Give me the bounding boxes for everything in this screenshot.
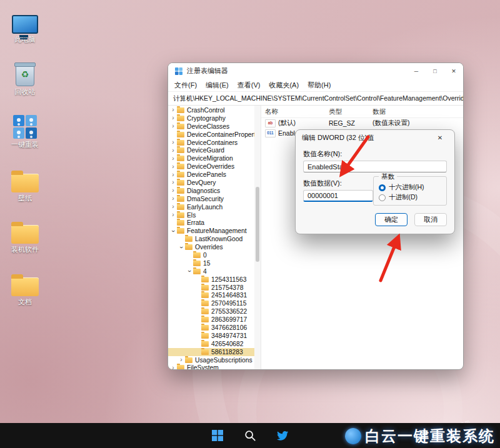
desktop-icon-folder-software[interactable]: 装机软件 [2,217,48,254]
search-button[interactable] [239,425,261,446]
chevron-right-icon[interactable]: › [170,139,176,146]
value-name-field[interactable] [303,161,447,172]
desktop-icon-reinstall-app[interactable]: 一键重装 [2,112,48,149]
tree-item-586118283[interactable]: 586118283 [168,348,254,356]
radio-label: 十六进制(H) [389,183,424,192]
folder-icon [201,341,209,347]
tree-item-label: 4 [203,268,207,275]
tree-item-DeviceGuard[interactable]: ›DeviceGuard [168,146,254,154]
tree-item-DevicePanels[interactable]: ›DevicePanels [168,171,254,179]
folder-icon [11,174,39,192]
tree-item-0[interactable]: 0 [168,251,254,259]
tree-item-2863699717[interactable]: 2863699717 [168,316,254,324]
tree-item-Diagnostics[interactable]: ›Diagnostics [168,187,254,195]
desktop-icon-recycle-bin[interactable]: 回收站 [2,60,48,97]
tree-scrollbar[interactable] [254,106,261,369]
tree-item-Cryptography[interactable]: ›Cryptography [168,114,254,122]
tree-item-215754378[interactable]: 215754378 [168,284,254,292]
tree-item-label: 2570495115 [211,300,247,307]
menu-item[interactable]: 文件(F) [174,81,197,90]
regedit-titlebar[interactable]: 注册表编辑器 ─ □ ✕ [168,63,463,79]
menu-item[interactable]: 编辑(E) [206,81,229,90]
column-data[interactable]: 数据 [372,107,463,116]
chevron-right-icon[interactable]: › [170,365,176,369]
tree-item-DevQuery[interactable]: ›DevQuery [168,179,254,187]
twitter-button[interactable] [272,425,293,446]
maximize-button[interactable]: □ [426,63,444,79]
tree-item-EarlyLaunch[interactable]: ›EarlyLaunch [168,203,254,211]
tree-item-Errata[interactable]: Errata [168,219,254,227]
chevron-right-icon[interactable]: › [170,212,176,218]
column-type[interactable]: 类型 [329,107,372,116]
radio-hexadecimal[interactable]: 十六进制(H) [379,182,441,192]
tree-item-Els[interactable]: ›Els [168,211,254,219]
folder-icon [201,309,209,314]
desktop-icon-label: 文档 [2,297,48,307]
menu-item[interactable]: 收藏夹(A) [269,81,299,90]
dialog-titlebar[interactable]: 编辑 DWORD (32 位)值 ✕ [296,130,454,146]
column-name[interactable]: 名称 [265,107,329,116]
tree-item-DmaSecurity[interactable]: ›DmaSecurity [168,195,254,203]
tree-item-DeviceOverrides[interactable]: ›DeviceOverrides [168,162,254,171]
scrollbar-thumb[interactable] [256,187,259,262]
chevron-right-icon[interactable]: › [170,156,176,162]
window-title: 注册表编辑器 [187,66,407,76]
tree-item-DeviceMigration[interactable]: ›DeviceMigration [168,154,254,162]
cancel-button[interactable]: 取消 [414,213,447,226]
close-button[interactable]: ✕ [444,63,463,79]
tree-item-DeviceContainers[interactable]: ›DeviceContainers [168,139,254,147]
tree-item-UsageSubscriptions[interactable]: ›UsageSubscriptions [168,356,254,364]
value-name-label: 数值名称(N): [303,149,447,159]
tree-item-3484974731[interactable]: 3484974731 [168,332,254,340]
folder-icon [177,188,184,194]
chevron-right-icon[interactable]: › [170,196,176,202]
tree-item-3476628106[interactable]: 3476628106 [168,324,254,332]
dialog-close-icon[interactable]: ✕ [432,134,448,141]
tree-item-CrashControl[interactable]: ›CrashControl [168,106,254,114]
chevron-down-icon[interactable]: › [186,268,192,274]
tree-item-LastKnownGood[interactable]: LastKnownGood [168,235,254,243]
value-row-default[interactable]: ab (默认) REG_SZ (数值未设置) [261,118,463,128]
folder-icon [201,277,209,282]
desktop-icon-folder-wallpaper[interactable]: 壁纸 [2,166,48,203]
tree-item-DeviceContainerPropertyUpda[interactable]: DeviceContainerPropertyUpda [168,131,254,139]
tree-item-FeatureManagement[interactable]: ›FeatureManagement [168,227,254,235]
regedit-app-icon [174,67,183,76]
chevron-right-icon[interactable]: › [170,115,176,121]
tree-item-label: CrashControl [187,107,225,114]
tree-item-2570495115[interactable]: 2570495115 [168,299,254,307]
address-bar[interactable]: 计算机\HKEY_LOCAL_MACHINE\SYSTEM\CurrentCon… [168,91,463,106]
ok-button[interactable]: 确定 [375,213,408,226]
tree-item-DeviceClasses[interactable]: ›DeviceClasses [168,122,254,131]
folder-icon [201,333,209,339]
chevron-right-icon[interactable]: › [170,179,176,186]
desktop-icon-folder-docs[interactable]: 文档 [2,270,48,307]
chevron-right-icon[interactable]: › [170,172,176,178]
chevron-right-icon[interactable]: › [170,147,176,154]
value-data-input[interactable] [303,190,373,202]
chevron-down-icon[interactable]: › [170,228,176,234]
folder-icon [177,147,184,153]
folder-icon [193,261,201,266]
chevron-right-icon[interactable]: › [170,187,176,194]
chevron-right-icon[interactable]: › [178,357,184,363]
tree-item-Overrides[interactable]: ›Overrides [168,243,254,251]
chevron-right-icon[interactable]: › [170,164,176,170]
tree-item-426540682[interactable]: 426540682 [168,340,254,348]
tree-item-2755336522[interactable]: 2755336522 [168,307,254,316]
tree-item-4[interactable]: ›4 [168,267,254,276]
minimize-button[interactable]: ─ [407,63,426,79]
chevron-right-icon[interactable]: › [170,123,176,129]
menu-item[interactable]: 帮助(H) [308,81,331,90]
chevron-down-icon[interactable]: › [178,244,184,251]
desktop-icon-this-pc[interactable]: 此电脑 [2,7,48,44]
tree-item-1254311563[interactable]: 1254311563 [168,276,254,284]
chevron-right-icon[interactable]: › [170,204,176,210]
tree-item-2451464831[interactable]: 2451464831 [168,291,254,299]
tree-item-FileSystem[interactable]: ›FileSystem [168,364,254,370]
menu-item[interactable]: 查看(V) [238,81,261,90]
start-button[interactable] [207,425,228,446]
chevron-right-icon[interactable]: › [170,107,176,113]
tree-item-15[interactable]: 15 [168,259,254,267]
radio-decimal[interactable]: 十进制(D) [379,192,441,202]
